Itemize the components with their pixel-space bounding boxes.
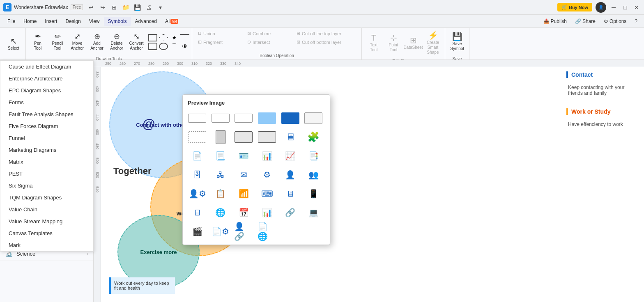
- menu-insert[interactable]: Insert: [41, 17, 61, 26]
- icon-media[interactable]: 🎬: [188, 223, 207, 240]
- fragment-btn[interactable]: ⊞ Fragment: [195, 38, 244, 46]
- help-btn[interactable]: ?: [631, 17, 641, 26]
- select-tool-btn[interactable]: ↖ Select: [4, 32, 23, 56]
- icon-doc-report[interactable]: 📑: [304, 148, 323, 164]
- shape-rect-outline2[interactable]: [258, 129, 276, 145]
- shape-tall-rect[interactable]: [211, 129, 230, 145]
- dropdown-enterprise-arch[interactable]: Enterprise Architecture: [0, 73, 93, 85]
- publish-btn[interactable]: 📤Publish: [540, 17, 570, 26]
- eye-shape[interactable]: 👁: [180, 43, 189, 50]
- dropdown-fault-tree[interactable]: Fault Tree Analysis Shapes: [0, 108, 93, 120]
- icon-chart[interactable]: 📈: [281, 148, 300, 164]
- icon-user-connect[interactable]: 👤🔗: [234, 223, 253, 240]
- star-shape[interactable]: ★: [170, 34, 179, 41]
- line-shape[interactable]: [180, 34, 189, 41]
- datasheet-btn[interactable]: ⊞ DataSheet: [404, 31, 423, 55]
- dropdown-marketing[interactable]: Marketing Diagrams: [0, 144, 93, 156]
- icon-doc-settings[interactable]: 📄⚙: [211, 223, 230, 240]
- diamond-shape[interactable]: [159, 34, 168, 41]
- dropdown-matrix[interactable]: Matrix: [0, 156, 93, 168]
- shape-rect-blue[interactable]: [281, 110, 300, 126]
- icon-monitor2[interactable]: 🖥: [188, 204, 207, 221]
- shape-rect-light[interactable]: [304, 110, 323, 126]
- curve-shape[interactable]: ⌒: [170, 43, 179, 50]
- create-smart-shape-btn[interactable]: ⚡ Create SmartShape: [423, 30, 442, 57]
- shape-monitor[interactable]: 🖥: [281, 129, 300, 145]
- print-btn[interactable]: 🖨: [144, 2, 154, 12]
- icon-settings[interactable]: ⚙: [258, 167, 276, 183]
- icon-email[interactable]: ✉: [234, 167, 253, 183]
- shape-wide-rect[interactable]: [188, 110, 207, 126]
- menu-view[interactable]: View: [85, 17, 104, 26]
- icon-team[interactable]: 👥: [304, 167, 323, 183]
- cut-top-btn[interactable]: ⊟ Cut off the top layer: [293, 30, 359, 37]
- icon-table[interactable]: 📊: [258, 148, 276, 164]
- text-tool-btn[interactable]: T TextTool: [364, 31, 383, 55]
- dropdown-pest[interactable]: PEST: [0, 168, 93, 180]
- dropdown-six-sigma[interactable]: Six Sigma: [0, 180, 93, 192]
- icon-document2[interactable]: 📃: [211, 148, 230, 164]
- icon-network[interactable]: 🔗: [281, 204, 300, 221]
- maximize-btn[interactable]: □: [621, 3, 629, 11]
- dropdown-cause-effect[interactable]: Cause and Effect Diagram: [0, 61, 93, 73]
- new-tab-btn[interactable]: ⊞: [109, 2, 119, 12]
- minimize-btn[interactable]: ─: [610, 3, 618, 11]
- menu-symbols[interactable]: Symbols: [104, 17, 131, 26]
- icon-desktop[interactable]: 🖥: [281, 185, 300, 202]
- pen-tool-btn[interactable]: ✒ PenTool: [28, 30, 47, 54]
- close-btn[interactable]: ✕: [632, 3, 641, 11]
- save-symbol-btn[interactable]: 💾 SaveSymbol: [448, 30, 467, 54]
- union-btn[interactable]: ⊔ Union: [195, 30, 244, 37]
- icon-server[interactable]: 🖧: [211, 167, 230, 183]
- icon-clipboard[interactable]: 📋: [211, 185, 230, 202]
- dropdown-value-chain[interactable]: Value Chain: [0, 204, 93, 215]
- open-btn[interactable]: 📁: [121, 2, 131, 12]
- share-btn[interactable]: 🔗Share: [572, 17, 599, 26]
- dropdown-forms[interactable]: Forms: [0, 96, 93, 108]
- icon-keyboard[interactable]: ⌨: [258, 185, 276, 202]
- rect-shape[interactable]: [148, 34, 157, 41]
- add-anchor-btn[interactable]: ⊕ AddAnchor: [87, 30, 106, 54]
- icon-code[interactable]: 💻: [304, 204, 323, 221]
- icon-calendar[interactable]: 📅: [234, 204, 253, 221]
- icon-database[interactable]: 🗄: [188, 167, 207, 183]
- shape-rect3[interactable]: [234, 110, 253, 126]
- dropdown-tqm[interactable]: TQM Diagram Shapes: [0, 192, 93, 204]
- undo-btn[interactable]: ↩: [86, 2, 96, 12]
- menu-ai[interactable]: AI hot: [161, 17, 182, 26]
- dropdown-five-forces[interactable]: Five Forces Diagram: [0, 120, 93, 132]
- dropdown-value-stream[interactable]: Value Stream Mapping: [0, 215, 93, 227]
- circle-shape[interactable]: [159, 43, 168, 50]
- menu-design[interactable]: Design: [61, 17, 85, 26]
- rect2-shape[interactable]: [148, 43, 157, 50]
- pencil-tool-btn[interactable]: ✏ PencilTool: [48, 30, 67, 54]
- shape-rect-filled[interactable]: [258, 110, 276, 126]
- icon-globe[interactable]: 🌐: [211, 204, 230, 221]
- icon-report[interactable]: 📊: [258, 204, 276, 221]
- menu-file[interactable]: File: [3, 17, 19, 26]
- shape-dashed-rect[interactable]: [188, 129, 207, 145]
- dropdown-epc[interactable]: EPC Diagram Shapes: [0, 85, 93, 96]
- icon-doc-globe[interactable]: 📄🌐: [258, 223, 276, 240]
- move-anchor-btn[interactable]: ⤢ MoveAnchor: [68, 30, 87, 54]
- intersect-btn[interactable]: ⊙ Intersect: [244, 38, 293, 46]
- menu-advanced[interactable]: Advanced: [131, 17, 161, 26]
- dropdown-funnel[interactable]: Funnel: [0, 132, 93, 144]
- shape-rect-outline[interactable]: [234, 129, 253, 145]
- icon-person[interactable]: 👤: [281, 167, 300, 183]
- delete-anchor-btn[interactable]: ⊖ DeleteAnchor: [107, 30, 126, 54]
- options-btn[interactable]: ⚙Options: [600, 17, 630, 26]
- menu-home[interactable]: Home: [19, 17, 41, 26]
- icon-card[interactable]: 🪪: [234, 148, 253, 164]
- icon-signal[interactable]: 📶: [234, 185, 253, 202]
- more-btn[interactable]: ▾: [155, 2, 165, 12]
- icon-document1[interactable]: 📄: [188, 148, 207, 164]
- dropdown-mark[interactable]: Mark: [0, 239, 93, 251]
- combine-btn[interactable]: ⊠ Combine: [244, 30, 293, 37]
- buy-now-button[interactable]: 🛒 Buy Now: [557, 3, 592, 11]
- icon-user-gear[interactable]: 👤⚙: [188, 185, 207, 202]
- redo-btn[interactable]: ↪: [98, 2, 108, 12]
- cut-bottom-btn[interactable]: ⊠ Cut off bottom layer: [293, 38, 359, 46]
- point-tool-btn[interactable]: ⊹ PointTool: [384, 31, 403, 55]
- shape-puzzle[interactable]: 🧩: [304, 129, 323, 145]
